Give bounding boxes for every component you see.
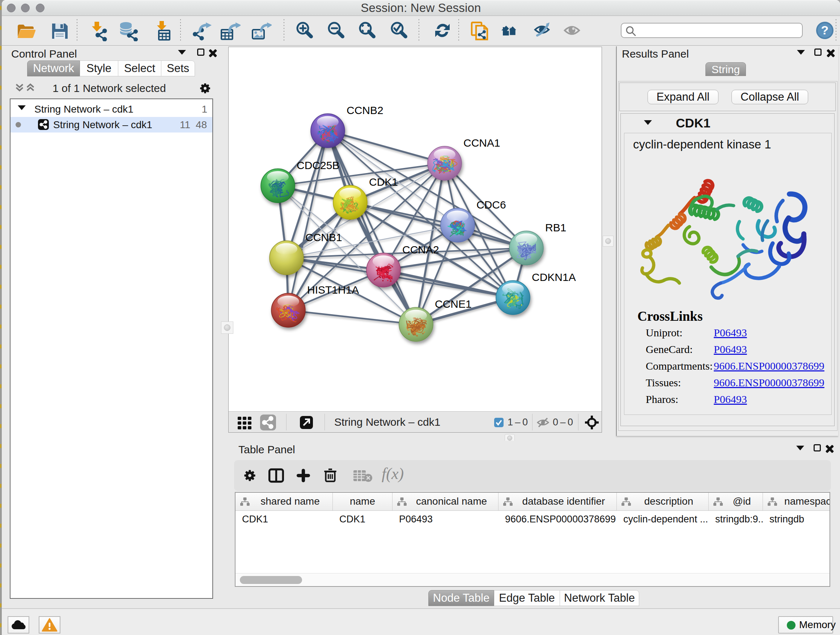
node-CCNB1[interactable] <box>270 241 303 275</box>
column-label: description <box>629 493 708 510</box>
toolbar-separator <box>418 19 419 42</box>
right-splitter-handle[interactable] <box>603 236 614 247</box>
hide-selected-icon <box>534 21 554 41</box>
delete-columns-icon[interactable] <box>323 468 338 483</box>
node-HIST1H1A[interactable] <box>271 293 305 327</box>
column-header-canonical-name[interactable]: canonical name <box>393 493 499 511</box>
node-CDK1[interactable] <box>333 185 367 219</box>
control-panel: Control Panel NetworkStyleSelectSets 1 o… <box>3 46 215 600</box>
tab-style[interactable]: Style <box>80 60 118 76</box>
tab-network[interactable]: Network <box>27 60 80 76</box>
table-row[interactable]: CDK1CDK1P064939606.ENSP00000378699cyclin… <box>235 511 829 527</box>
tab-select[interactable]: Select <box>118 60 161 76</box>
results-panel-menu-icon[interactable] <box>797 50 805 56</box>
selected-checkbox-icon[interactable] <box>494 418 504 427</box>
column-header-namespace[interactable]: namespace <box>763 493 830 511</box>
new-network-from-selection-button[interactable] <box>470 21 490 41</box>
node-CCNB2[interactable] <box>311 114 345 148</box>
zoom-out-button[interactable] <box>327 21 347 41</box>
network-canvas[interactable]: CCNB2 CCNA1 CDC25B CDK1 CDC6 R <box>229 47 602 411</box>
open-in-window-icon[interactable] <box>300 416 313 429</box>
control-panel-close-icon[interactable] <box>209 49 217 59</box>
control-panel-menu-icon[interactable] <box>178 50 186 56</box>
tab-network-table[interactable]: Network Table <box>560 590 639 606</box>
results-tab-string[interactable]: String <box>706 62 746 76</box>
save-session-icon <box>50 21 70 41</box>
birds-eye-crosshair-icon[interactable] <box>585 416 599 429</box>
tab-edge-table[interactable]: Edge Table <box>494 590 560 606</box>
column-header-@id[interactable]: @id <box>709 493 763 511</box>
network-options-gear-icon[interactable] <box>200 83 210 94</box>
open-session-button[interactable] <box>16 21 36 41</box>
export-network-icon <box>191 21 212 41</box>
column-header-shared-name[interactable]: shared name <box>235 493 333 511</box>
node-CCNA2[interactable] <box>366 253 401 287</box>
results-panel-float-icon[interactable] <box>814 49 821 57</box>
hscroll-thumb[interactable] <box>240 576 302 584</box>
crosslink-link[interactable]: P06493 <box>714 343 747 356</box>
first-neighbors-button[interactable] <box>501 21 522 41</box>
hide-selected-button[interactable] <box>534 21 554 41</box>
grid-view-icon[interactable] <box>237 415 253 431</box>
network-view-toolbar: String Network – cdk1 1 – 0 0 – 0 <box>229 411 602 432</box>
node-CDC25B[interactable] <box>261 169 295 203</box>
crosslink-link[interactable]: P06493 <box>714 326 747 339</box>
cell-description: cyclin-dependent ... <box>623 511 709 527</box>
menu-triangle-icon <box>796 446 804 450</box>
memory-button[interactable]: Memory <box>778 616 833 633</box>
cell-namespace: stringdb <box>769 511 830 527</box>
collection-row[interactable]: String Network – cdk1 1 <box>11 101 212 117</box>
add-column-icon[interactable] <box>297 469 310 482</box>
help-button[interactable]: ? <box>816 21 834 40</box>
table-panel-close-icon[interactable] <box>826 445 834 454</box>
crosslink-link[interactable]: 9606.ENSP00000378699 <box>714 377 824 389</box>
import-network-from-file-button[interactable] <box>87 21 107 41</box>
cell-shared-name: CDK1 <box>242 511 333 527</box>
save-session-button[interactable] <box>50 21 70 41</box>
crosslink-link[interactable]: P06493 <box>714 393 747 405</box>
zoom-fit-button[interactable] <box>358 21 378 41</box>
show-columns-icon[interactable] <box>268 468 284 483</box>
table-panel-float-icon[interactable] <box>813 444 821 453</box>
edge-CCNE1-HIST1H1A[interactable] <box>288 310 416 325</box>
export-network-button[interactable] <box>191 21 212 41</box>
results-panel-close-icon[interactable] <box>827 49 835 59</box>
cloud-status-button[interactable] <box>8 616 29 633</box>
export-image-button[interactable] <box>251 21 272 41</box>
network-label: String Network – cdk1 <box>53 119 152 131</box>
export-table-button[interactable] <box>220 21 240 41</box>
zoom-selected-button[interactable] <box>390 21 410 41</box>
import-table-from-file-button[interactable] <box>152 21 172 41</box>
control-panel-float-icon[interactable] <box>197 49 204 57</box>
table-options-gear-icon[interactable] <box>244 470 256 481</box>
node-CDKN1A[interactable] <box>496 280 530 315</box>
column-header-database-identifier[interactable]: database identifier <box>499 493 617 511</box>
left-splitter-handle[interactable] <box>221 321 233 334</box>
node-RB1[interactable] <box>509 231 543 265</box>
collection-expand-icon[interactable] <box>18 105 26 110</box>
import-network-from-database-button[interactable] <box>118 21 138 41</box>
tab-sets[interactable]: Sets <box>161 60 195 76</box>
expand-all-button[interactable]: Expand All <box>647 90 718 104</box>
column-header-description[interactable]: description <box>617 493 709 511</box>
column-header-name[interactable]: name <box>333 493 393 511</box>
table-hscrollbar[interactable] <box>235 573 829 586</box>
network-share-view-icon[interactable] <box>260 414 276 431</box>
node-CDC6[interactable] <box>441 208 475 242</box>
tab-node-table[interactable]: Node Table <box>428 590 494 606</box>
apply-layout-icon <box>433 21 453 41</box>
warning-status-button[interactable] <box>39 616 60 633</box>
zoom-in-button[interactable] <box>295 21 316 41</box>
gene-card-header[interactable]: CDK1 <box>621 114 834 133</box>
collapse-all-button[interactable]: Collapse All <box>731 90 808 104</box>
table-panel-menu-icon[interactable] <box>796 445 804 452</box>
table-toolbar: f(x) <box>234 460 831 491</box>
node-CCNA1[interactable] <box>428 146 462 180</box>
apply-layout-button[interactable] <box>433 21 453 41</box>
show-all-button[interactable] <box>563 21 584 41</box>
search-input[interactable] <box>639 24 798 36</box>
node-CCNE1[interactable] <box>399 307 433 341</box>
results-panel-title: Results Panel <box>622 48 689 60</box>
crosslink-link[interactable]: 9606.ENSP00000378699 <box>714 360 824 372</box>
network-row[interactable]: String Network – cdk1 11 48 <box>11 117 212 133</box>
